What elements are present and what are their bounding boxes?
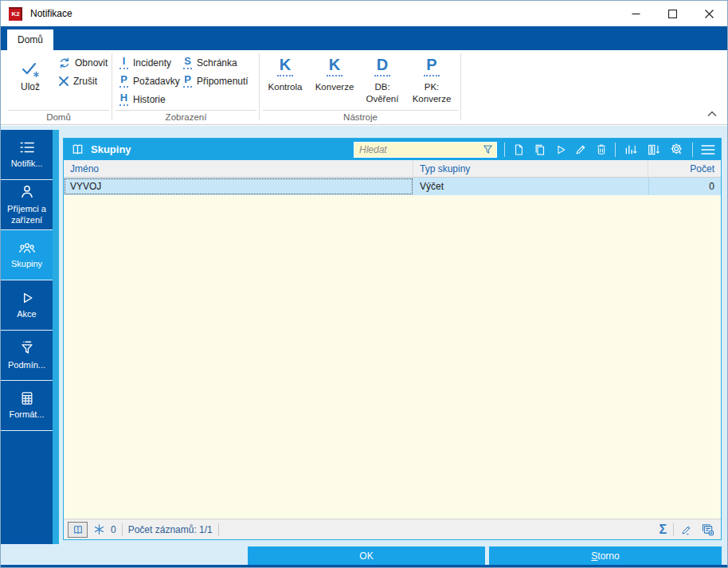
sidebar-item-format[interactable]: Formát... xyxy=(1,381,53,431)
status-separator xyxy=(122,523,123,536)
book-icon xyxy=(72,524,84,535)
columns-down-icon xyxy=(646,143,662,157)
person-icon xyxy=(18,183,36,201)
book-icon xyxy=(70,143,85,156)
incidents-label: Incidenty xyxy=(133,57,171,69)
gear-icon xyxy=(669,142,685,157)
sidebar: Notifik... Příjemci a zařízení xyxy=(1,130,53,544)
ribbon-separator xyxy=(112,53,112,120)
search-input[interactable] xyxy=(359,144,482,155)
panel-header: Skupiny xyxy=(64,139,721,160)
columns-button[interactable] xyxy=(646,143,662,157)
sidebar-item-skupiny[interactable]: Skupiny xyxy=(1,230,53,280)
ribbon-group-home: Ulož Obnovit xyxy=(6,50,112,124)
cell-type[interactable]: Výčet xyxy=(413,178,648,195)
hamburger-icon xyxy=(700,143,716,156)
table-row[interactable]: VYVOJ Výčet 0 xyxy=(64,178,721,195)
refresh-icon xyxy=(58,57,71,69)
snowflake-icon xyxy=(93,523,105,535)
db-overeni-label: DB: Ověření xyxy=(359,81,405,105)
trash-icon xyxy=(595,143,608,156)
new-record-button[interactable] xyxy=(512,143,526,157)
column-header-pocet[interactable]: Počet xyxy=(648,160,721,177)
status-separator xyxy=(218,523,219,536)
minimize-icon xyxy=(632,10,640,18)
add-record-note-button[interactable] xyxy=(699,523,714,536)
copy-icon xyxy=(533,143,547,157)
cancel-label: Zrušit xyxy=(73,76,97,87)
sidebar-item-label: Notifik... xyxy=(10,159,45,170)
edit-button[interactable] xyxy=(574,143,588,156)
sidebar-item-notifikace[interactable]: Notifik... xyxy=(1,130,53,180)
cancel-button[interactable]: Zrušit xyxy=(58,72,108,90)
kontrola-label: Kontrola xyxy=(262,81,308,93)
filter-icon xyxy=(18,339,36,357)
status-separator xyxy=(673,523,674,536)
grid-column-headers: Jméno Typ skupiny Počet xyxy=(64,160,721,178)
delete-button[interactable] xyxy=(595,143,608,156)
column-header-jmeno[interactable]: Jméno xyxy=(64,160,413,177)
reminders-label: Připomenutí xyxy=(197,76,249,87)
storno-rest: torno xyxy=(597,550,619,562)
groups-panel: Skupiny xyxy=(63,138,722,540)
grid-empty-area[interactable] xyxy=(64,195,721,519)
sidebar-item-label: Příjemci a zařízení xyxy=(1,204,53,226)
storno-accel: S xyxy=(591,550,597,562)
pk-konverze-label: PK: Konverze xyxy=(409,81,455,105)
storno-button[interactable]: Storno xyxy=(489,546,722,566)
sidebar-item-label: Podmín... xyxy=(6,360,47,371)
settings-button[interactable] xyxy=(669,142,685,157)
pencil-icon xyxy=(574,143,588,156)
edit-note-button[interactable] xyxy=(680,523,693,536)
group-label-home: Domů xyxy=(8,110,109,122)
ok-button[interactable]: OK xyxy=(248,546,485,566)
save-button[interactable]: Ulož xyxy=(10,60,50,104)
tab-domu[interactable]: Domů xyxy=(7,29,53,50)
incidents-button[interactable]: I Incidenty xyxy=(119,53,180,72)
copy-record-button[interactable] xyxy=(533,143,547,157)
play-icon xyxy=(554,143,567,156)
funnel-icon[interactable] xyxy=(482,143,494,155)
sidebar-item-prijemci[interactable]: Příjemci a zařízení xyxy=(1,180,53,230)
sidebar-splitter[interactable] xyxy=(53,130,59,544)
history-button[interactable]: H Historie xyxy=(119,90,180,108)
close-button[interactable] xyxy=(691,1,727,26)
clipboard-button[interactable]: S Schránka xyxy=(183,53,249,72)
save-label: Ulož xyxy=(21,81,40,92)
refresh-button[interactable]: Obnovit xyxy=(58,53,108,72)
ribbon-group-view: I Incidenty P Požadavky H Historie S Sch… xyxy=(113,50,259,124)
sum-button[interactable]: Σ xyxy=(659,523,667,536)
requests-button[interactable]: P Požadavky xyxy=(119,72,180,90)
sidebar-item-label: Skupiny xyxy=(10,259,44,270)
db-overeni-accel-icon: D xyxy=(374,57,390,76)
run-button[interactable] xyxy=(554,143,567,156)
list-icon xyxy=(18,139,36,155)
reminders-button[interactable]: P Připomenutí xyxy=(183,72,249,90)
clipboard-label: Schránka xyxy=(197,57,237,69)
cell-name[interactable]: VYVOJ xyxy=(64,178,413,195)
workspace: Notifik... Příjemci a zařízení xyxy=(1,126,727,565)
sidebar-item-label: Formát... xyxy=(7,409,45,421)
book-view-toggle-button[interactable] xyxy=(68,522,88,538)
minimize-button[interactable] xyxy=(617,1,654,26)
search-box xyxy=(354,142,497,158)
table-icon xyxy=(19,390,35,406)
konverze-accel-icon: K xyxy=(327,57,342,76)
toolbar-separator xyxy=(504,143,505,157)
status-bar: 0 Počet záznamů: 1/1 Σ xyxy=(64,519,721,539)
maximize-button[interactable] xyxy=(654,1,691,26)
cell-count[interactable]: 0 xyxy=(648,178,721,195)
ribbon-collapse-button[interactable] xyxy=(705,108,719,119)
maximize-icon xyxy=(668,10,677,18)
ribbon-tabstrip: Domů xyxy=(1,26,727,50)
menu-button[interactable] xyxy=(700,143,716,156)
sort-by-value-button[interactable] xyxy=(623,143,639,157)
save-check-icon xyxy=(20,60,41,79)
sidebar-item-podminky[interactable]: Podmín... xyxy=(1,331,53,381)
konverze-label: Konverze xyxy=(311,81,358,93)
lock-count: 0 xyxy=(111,524,116,535)
toolbar-separator xyxy=(692,143,693,157)
column-header-typ-skupiny[interactable]: Typ skupiny xyxy=(413,160,648,177)
group-label-view: Zobrazení xyxy=(115,110,256,122)
sidebar-item-akce[interactable]: Akce xyxy=(1,280,53,331)
